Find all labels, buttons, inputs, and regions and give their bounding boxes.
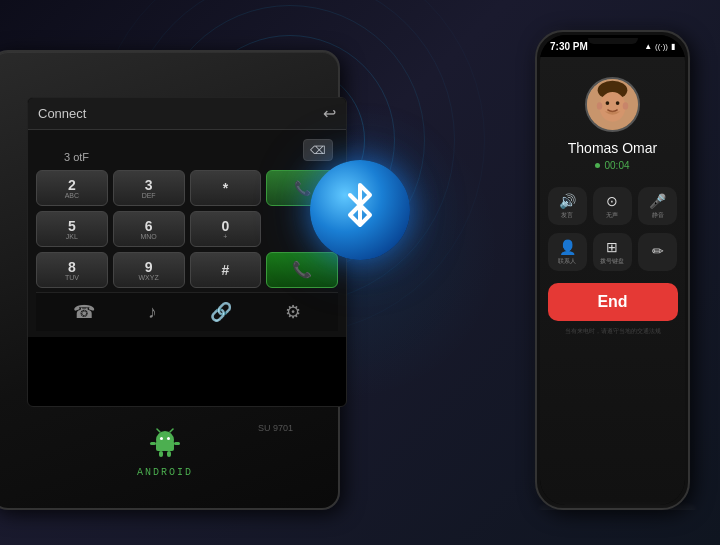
key-3-sub: DEF (142, 192, 156, 199)
key-hash-main: # (221, 263, 229, 277)
svg-point-14 (616, 101, 620, 105)
notes-icon: ✏ (652, 243, 664, 259)
delete-button[interactable]: ⌫ (303, 139, 333, 161)
delete-icon: ⌫ (310, 144, 326, 157)
svg-line-5 (170, 429, 173, 432)
contacts-icon: 👤 (559, 239, 576, 255)
key-hash[interactable]: # (190, 252, 262, 288)
phone-icon[interactable]: ☎ (73, 301, 95, 323)
key-9-main: 9 (145, 260, 153, 274)
svg-rect-6 (159, 451, 163, 457)
speaker-label: 发言 (561, 211, 573, 220)
android-logo-icon (145, 423, 185, 463)
notes-button[interactable]: ✏ (638, 233, 677, 271)
svg-point-16 (623, 102, 629, 109)
phone-disclaimer: 当有来电时，请遵守当地的交通法规 (557, 327, 669, 336)
call-icon: 📞 (294, 181, 311, 195)
key-8-sub: TUV (65, 274, 79, 281)
contacts-button[interactable]: 👤 联系人 (548, 233, 587, 271)
key-star-main: * (223, 181, 228, 195)
keypad-button[interactable]: ⊞ 拨号键盘 (593, 233, 632, 271)
android-area: ANDROID (137, 423, 193, 478)
signal-indicator: 3 otF (64, 151, 89, 163)
wifi-icon: ((·)) (655, 42, 668, 51)
svg-rect-1 (156, 441, 174, 451)
duration-text: 00:04 (604, 160, 629, 171)
phone-device: 7:30 PM ▲ ((·)) ▮ (535, 30, 690, 510)
model-number: SU 9701 (258, 423, 293, 433)
key-0-sub: + (223, 233, 227, 240)
phone-time: 7:30 PM (550, 41, 588, 52)
keypad-label: 拨号键盘 (600, 257, 624, 266)
bluetooth-symbol-icon (335, 180, 385, 240)
svg-point-13 (606, 101, 610, 105)
svg-point-15 (597, 102, 603, 109)
phone-screen: 7:30 PM ▲ ((·)) ▮ (540, 35, 685, 505)
speaker-button[interactable]: 🔊 发言 (548, 187, 587, 225)
key-star[interactable]: * (190, 170, 262, 206)
svg-rect-8 (150, 442, 156, 445)
svg-line-4 (157, 429, 160, 432)
battery-icon: ▮ (671, 42, 675, 51)
key-6[interactable]: 6 MNO (113, 211, 185, 247)
svg-point-3 (167, 437, 170, 440)
call-actions-row2: 👤 联系人 ⊞ 拨号键盘 ✏ (548, 233, 678, 271)
bluetooth-ball (310, 160, 410, 260)
key-9[interactable]: 9 WXYZ (113, 252, 185, 288)
mute-icon: ⊙ (606, 193, 618, 209)
call-duration: 00:04 (595, 160, 629, 171)
settings-icon[interactable]: ⚙ (285, 301, 301, 323)
screen-title: Connect (38, 106, 86, 121)
mic-mute-button[interactable]: 🎤 静音 (638, 187, 677, 225)
back-button[interactable]: ↩ (323, 104, 336, 123)
key-2[interactable]: 2 ABC (36, 170, 108, 206)
mute-button[interactable]: ⊙ 无声 (593, 187, 632, 225)
call-screen: Thomas Omar 00:04 🔊 发言 ⊙ 无声 🎤 静音 (540, 57, 685, 505)
key-0[interactable]: 0 + (190, 211, 262, 247)
mic-icon: 🎤 (649, 193, 666, 209)
car-head-unit: Connect ↩ ⌫ 2 ABC 3 (0, 20, 360, 520)
end-call-label: End (597, 293, 627, 311)
svg-point-2 (160, 437, 163, 440)
key-3-main: 3 (145, 178, 153, 192)
contact-name: Thomas Omar (568, 140, 657, 156)
keypad-icon: ⊞ (606, 239, 618, 255)
mic-label: 静音 (652, 211, 664, 220)
end-call-button[interactable]: End (548, 283, 678, 321)
key-5-main: 5 (68, 219, 76, 233)
key-5[interactable]: 5 JKL (36, 211, 108, 247)
signal-bar-icon: ▲ (644, 42, 652, 51)
bottom-icons-bar: ☎ ♪ 🔗 ⚙ (36, 292, 338, 331)
active-call-icon: 📞 (292, 262, 312, 278)
speaker-icon: 🔊 (559, 193, 576, 209)
phone-notch (588, 38, 638, 44)
key-8[interactable]: 8 TUV (36, 252, 108, 288)
svg-rect-9 (174, 442, 180, 445)
key-9-sub: WXYZ (139, 274, 159, 281)
key-2-main: 2 (68, 178, 76, 192)
active-dot (595, 163, 600, 168)
link-icon[interactable]: 🔗 (210, 301, 232, 323)
mute-label: 无声 (606, 211, 618, 220)
phone-reflection (540, 501, 695, 510)
key-6-main: 6 (145, 219, 153, 233)
key-3[interactable]: 3 DEF (113, 170, 185, 206)
music-icon[interactable]: ♪ (148, 302, 157, 323)
phone-status-icons: ▲ ((·)) ▮ (644, 42, 675, 51)
svg-point-12 (600, 92, 626, 122)
svg-rect-7 (167, 451, 171, 457)
key-5-sub: JKL (66, 233, 78, 240)
call-actions-row1: 🔊 发言 ⊙ 无声 🎤 静音 (548, 187, 678, 225)
screen-header: Connect ↩ (28, 98, 346, 130)
key-2-sub: ABC (65, 192, 79, 199)
car-screen: Connect ↩ ⌫ 2 ABC 3 (27, 97, 347, 407)
keypad-grid: 2 ABC 3 DEF * 📞 5 (36, 170, 338, 288)
contact-avatar (585, 77, 640, 132)
car-unit-body: Connect ↩ ⌫ 2 ABC 3 (0, 50, 340, 510)
avatar-image (587, 77, 638, 132)
contacts-label: 联系人 (558, 257, 576, 266)
key-6-sub: MNO (140, 233, 156, 240)
android-text: ANDROID (137, 467, 193, 478)
key-8-main: 8 (68, 260, 76, 274)
key-0-main: 0 (221, 219, 229, 233)
